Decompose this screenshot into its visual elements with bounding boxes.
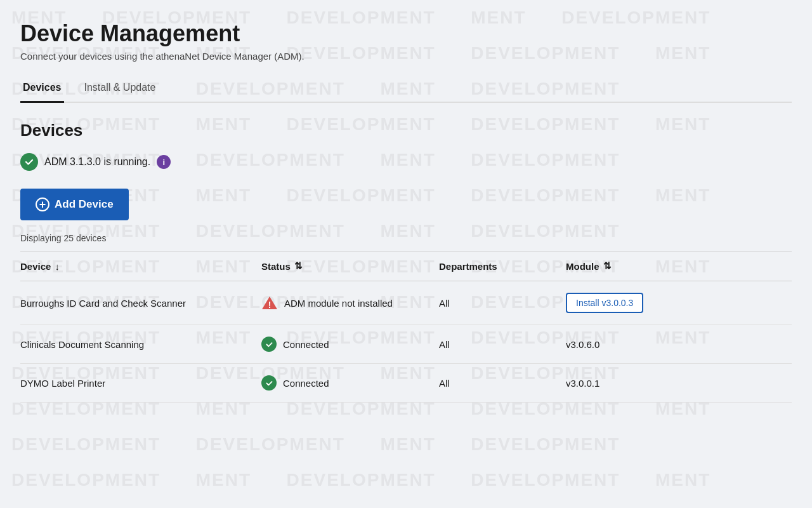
tabs-container: Devices Install & Update bbox=[20, 74, 792, 103]
tab-install-update[interactable]: Install & Update bbox=[82, 74, 159, 103]
cell-status-3: Connected bbox=[261, 375, 439, 391]
install-button-1[interactable]: Install v3.0.0.3 bbox=[566, 293, 643, 313]
info-icon[interactable]: i bbox=[157, 155, 171, 169]
page-subtitle: Connect your devices using the athenaNet… bbox=[20, 51, 792, 62]
cell-status-2: Connected bbox=[261, 337, 439, 352]
adm-status-text: ADM 3.1.3.0 is running. bbox=[44, 156, 150, 168]
page-title: Device Management bbox=[20, 20, 792, 47]
cell-device-1: Burroughs ID Card and Check Scanner bbox=[20, 298, 261, 309]
page-header: Device Management Connect your devices u… bbox=[20, 20, 792, 62]
sort-module-icon[interactable]: ⇅ bbox=[603, 260, 612, 272]
connected-icon-3 bbox=[261, 375, 277, 391]
cell-dept-2: All bbox=[439, 339, 566, 350]
add-circle-icon: + bbox=[36, 197, 49, 211]
table-header: Device ↓ Status ⇅ Departments Module ⇅ bbox=[20, 251, 792, 281]
connected-icon-2 bbox=[261, 337, 277, 352]
table-row: Clinicals Document Scanning Connected Al… bbox=[20, 325, 792, 364]
cell-module-1: Install v3.0.0.3 bbox=[566, 293, 792, 313]
cell-dept-1: All bbox=[439, 298, 566, 309]
col-header-device: Device ↓ bbox=[20, 260, 261, 272]
adm-status-row: ADM 3.1.3.0 is running. i bbox=[20, 153, 792, 171]
cell-dept-3: All bbox=[439, 378, 566, 389]
adm-check-icon bbox=[20, 153, 38, 171]
tab-devices[interactable]: Devices bbox=[20, 74, 64, 103]
cell-device-3: DYMO Label Printer bbox=[20, 378, 261, 389]
col-header-module: Module ⇅ bbox=[566, 260, 792, 272]
sort-status-icon[interactable]: ⇅ bbox=[294, 260, 303, 272]
warning-icon: ! bbox=[261, 295, 278, 311]
cell-status-1: ! ADM module not installed bbox=[261, 295, 439, 311]
cell-module-2: v3.0.6.0 bbox=[566, 339, 792, 350]
table-row: DYMO Label Printer Connected All v3.0.0.… bbox=[20, 364, 792, 403]
add-device-label: Add Device bbox=[55, 198, 114, 211]
cell-module-3: v3.0.0.1 bbox=[566, 378, 792, 389]
add-device-button[interactable]: + Add Device bbox=[20, 189, 129, 220]
section-title: Devices bbox=[20, 121, 792, 140]
content-area: Devices ADM 3.1.3.0 is running. i + Add … bbox=[20, 103, 792, 403]
status-text-3: Connected bbox=[283, 378, 329, 389]
col-header-status: Status ⇅ bbox=[261, 260, 439, 272]
sort-device-icon[interactable]: ↓ bbox=[55, 261, 60, 272]
status-text-1: ADM module not installed bbox=[284, 298, 393, 309]
svg-text:!: ! bbox=[268, 300, 272, 310]
table-row: Burroughs ID Card and Check Scanner ! AD… bbox=[20, 281, 792, 325]
cell-device-2: Clinicals Document Scanning bbox=[20, 339, 261, 350]
status-text-2: Connected bbox=[283, 339, 329, 350]
devices-table: Device ↓ Status ⇅ Departments Module ⇅ B… bbox=[20, 251, 792, 403]
col-header-departments: Departments bbox=[439, 260, 566, 272]
displaying-count: Displaying 25 devices bbox=[20, 233, 792, 243]
